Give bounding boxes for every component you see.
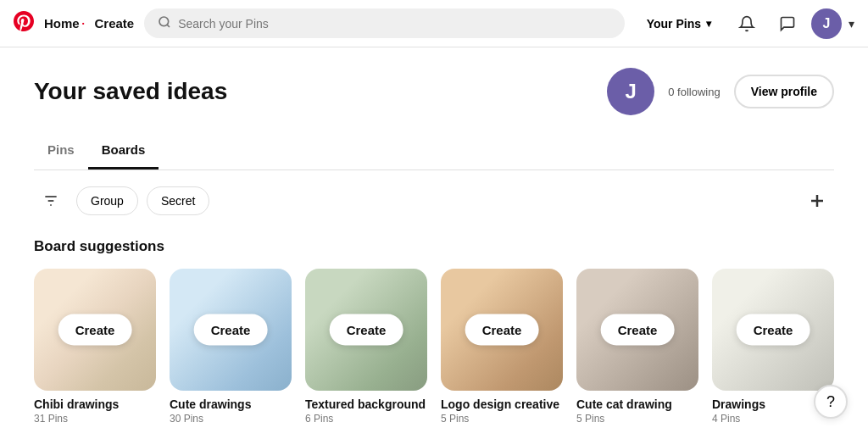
main-content: Your saved ideas J 0 following View prof… <box>0 47 868 439</box>
content-tabs: Pins Boards <box>34 132 834 170</box>
main-header: Home • Create Your Pins ▾ J ▾ <box>0 0 868 47</box>
create-button-cute[interactable]: Create <box>194 314 268 346</box>
your-pins-button[interactable]: Your Pins ▾ <box>635 10 723 37</box>
page-header: Your saved ideas J 0 following View prof… <box>34 68 834 115</box>
svg-line-1 <box>167 25 170 27</box>
search-icon <box>158 15 171 31</box>
board-card-cute-drawings[interactable]: Create Cute drawings 30 Pins <box>170 269 292 425</box>
create-button-textured[interactable]: Create <box>330 314 403 346</box>
create-button-chibi[interactable]: Create <box>58 314 132 346</box>
board-thumb-cute: Create <box>170 269 292 391</box>
board-card-chibi[interactable]: Create Chibi drawings 31 Pins <box>34 269 156 425</box>
your-pins-label: Your Pins <box>647 17 701 31</box>
home-label: Home <box>44 16 80 31</box>
board-name-textured: Textured background <box>305 397 427 411</box>
search-bar <box>144 8 624 38</box>
board-thumb-cat: Create <box>576 269 698 391</box>
tab-pins[interactable]: Pins <box>34 132 88 169</box>
svg-point-0 <box>159 17 169 26</box>
filter-bar: Group Secret <box>34 184 834 218</box>
pinterest-logo[interactable] <box>14 11 34 36</box>
home-dot: • <box>82 19 85 27</box>
filter-icon-button[interactable] <box>34 184 68 218</box>
board-grid-row1: Create Chibi drawings 31 Pins Create Cut… <box>34 269 834 425</box>
board-thumb-logo: Create <box>441 269 563 391</box>
profile-section: J 0 following View profile <box>607 68 834 115</box>
tab-boards[interactable]: Boards <box>88 132 159 169</box>
user-avatar[interactable]: J <box>811 8 842 39</box>
board-card-textured[interactable]: Create Textured background 6 Pins <box>305 269 427 425</box>
account-chevron-icon[interactable]: ▾ <box>849 17 854 31</box>
create-button-drawings[interactable]: Create <box>737 314 810 346</box>
notifications-button[interactable] <box>730 7 764 41</box>
nav-home[interactable]: Home • <box>44 16 85 31</box>
board-name-chibi: Chibi drawings <box>34 397 156 411</box>
following-count: 0 following <box>668 86 720 98</box>
filter-secret-chip[interactable]: Secret <box>147 186 209 215</box>
create-button-cat[interactable]: Create <box>601 314 675 346</box>
board-card-cat[interactable]: Create Cute cat drawing 5 Pins <box>576 269 698 425</box>
page-title: Your saved ideas <box>34 78 607 105</box>
board-pins-drawings: 4 Pins <box>712 413 834 425</box>
messages-button[interactable] <box>771 7 804 41</box>
header-right: Your Pins ▾ J ▾ <box>635 7 854 41</box>
board-name-logo: Logo design creative <box>441 397 563 411</box>
help-button[interactable]: ? <box>814 385 848 419</box>
board-pins-cute: 30 Pins <box>170 413 292 425</box>
board-name-cat: Cute cat drawing <box>576 397 698 411</box>
view-profile-button[interactable]: View profile <box>734 75 834 108</box>
create-button-logo[interactable]: Create <box>465 314 539 346</box>
board-thumb-drawings: Create <box>712 269 834 391</box>
board-thumb-chibi: Create <box>34 269 156 391</box>
search-input[interactable] <box>178 17 610 31</box>
board-suggestions-title: Board suggestions <box>34 238 834 255</box>
board-pins-logo: 5 Pins <box>441 413 563 425</box>
profile-avatar[interactable]: J <box>607 68 654 115</box>
board-name-cute: Cute drawings <box>170 397 292 411</box>
board-pins-textured: 6 Pins <box>305 413 427 425</box>
add-board-button[interactable] <box>800 184 834 218</box>
chevron-down-icon: ▾ <box>706 18 711 30</box>
nav-create[interactable]: Create <box>95 16 135 31</box>
board-pins-cat: 5 Pins <box>576 413 698 425</box>
board-thumb-textured: Create <box>305 269 427 391</box>
filter-group-chip[interactable]: Group <box>76 186 138 215</box>
board-card-logo[interactable]: Create Logo design creative 5 Pins <box>441 269 563 425</box>
board-pins-chibi: 31 Pins <box>34 413 156 425</box>
